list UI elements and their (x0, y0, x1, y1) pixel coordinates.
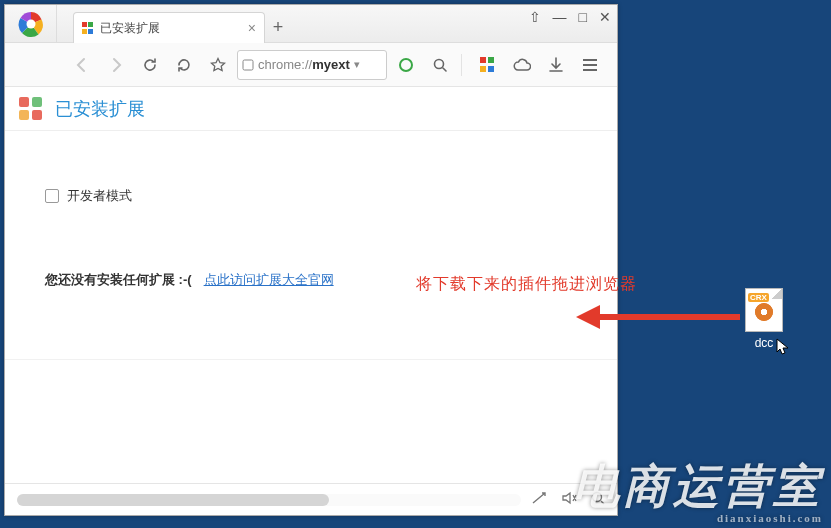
apps-icon[interactable] (473, 50, 503, 80)
watermark: 电商运营室 dianxiaoshi.com (573, 456, 823, 524)
crx-file-icon: CRX (745, 288, 783, 332)
desktop-file[interactable]: CRX dcc (740, 288, 788, 350)
scrollbar-thumb[interactable] (17, 494, 329, 506)
download-icon[interactable] (541, 50, 571, 80)
no-extensions-text: 您还没有安装任何扩展 :-( (45, 271, 192, 289)
extensions-header-icon (19, 97, 43, 121)
page-header: 已安装扩展 (5, 87, 617, 131)
svg-line-5 (443, 68, 446, 71)
active-tab[interactable]: 已安装扩展 × (73, 12, 265, 43)
close-window-icon[interactable]: ✕ (599, 9, 611, 25)
cloud-icon[interactable] (507, 50, 537, 80)
address-bar[interactable]: chrome://myext ▾ (237, 50, 387, 80)
site-info-icon (242, 59, 254, 71)
new-tab-button[interactable]: + (265, 12, 291, 42)
crx-badge: CRX (748, 293, 769, 302)
address-dropdown-icon[interactable]: ▾ (354, 58, 360, 71)
search-icon[interactable] (425, 50, 455, 80)
window-controls: ⇧ — □ ✕ (529, 9, 611, 25)
tab-favicon-icon (82, 22, 94, 34)
browser-window: 已安装扩展 × + ⇧ — □ ✕ chrome://myext (4, 4, 618, 516)
pin-window-icon[interactable]: ⇧ (529, 9, 541, 25)
back-button[interactable] (67, 50, 97, 80)
capture-icon[interactable] (531, 491, 547, 508)
maximize-icon[interactable]: □ (579, 9, 587, 25)
svg-point-1 (26, 19, 35, 28)
forward-button[interactable] (101, 50, 131, 80)
menu-icon[interactable] (575, 50, 605, 80)
file-label: dcc (740, 336, 788, 350)
developer-mode-label: 开发者模式 (67, 187, 132, 205)
favorite-button[interactable] (203, 50, 233, 80)
statusbar (5, 483, 617, 515)
tab-close-icon[interactable]: × (248, 20, 256, 36)
page-title: 已安装扩展 (55, 97, 145, 121)
annotation-text: 将下载下来的插件拖进浏览器 (416, 274, 637, 295)
gear-icon (755, 303, 773, 321)
address-scheme: chrome://myext (258, 57, 350, 72)
svg-point-4 (435, 59, 444, 68)
developer-mode-row: 开发者模式 (45, 187, 587, 205)
omnibox-action-icon[interactable] (391, 50, 421, 80)
reload-button[interactable] (135, 50, 165, 80)
titlebar: 已安装扩展 × + ⇧ — □ ✕ (5, 5, 617, 43)
extensions-store-link[interactable]: 点此访问扩展大全官网 (204, 271, 334, 289)
extensions-content: 开发者模式 您还没有安装任何扩展 :-( 点此访问扩展大全官网 (5, 131, 617, 483)
developer-mode-checkbox[interactable] (45, 189, 59, 203)
svg-point-3 (400, 59, 412, 71)
browser-logo (5, 5, 57, 42)
undo-button[interactable] (169, 50, 199, 80)
section-divider (5, 359, 617, 360)
toolbar: chrome://myext ▾ (5, 43, 617, 87)
tab-title: 已安装扩展 (100, 20, 160, 37)
svg-rect-2 (243, 60, 253, 70)
horizontal-scrollbar[interactable] (17, 494, 521, 506)
minimize-icon[interactable]: — (553, 9, 567, 25)
